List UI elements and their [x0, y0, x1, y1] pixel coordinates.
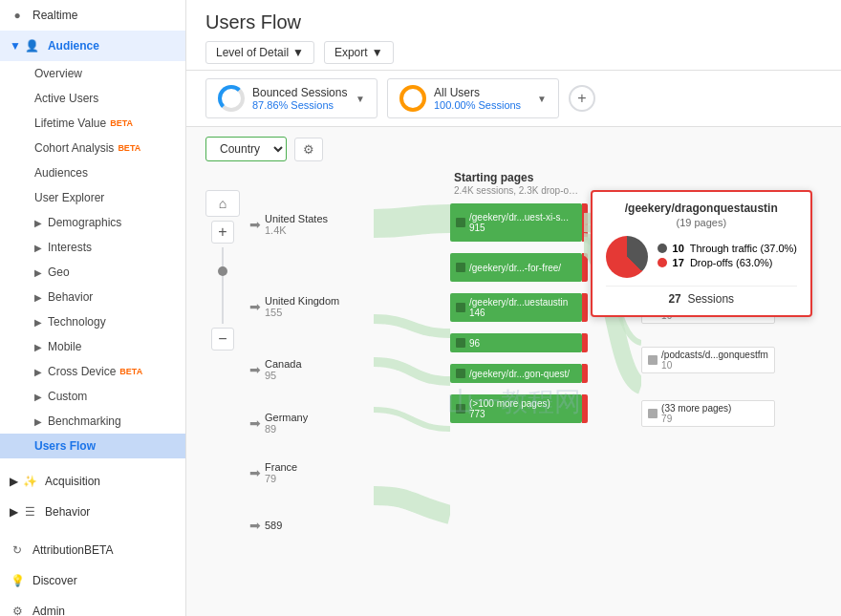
page-node-5[interactable]: (>100 more pages) 773 — [450, 394, 582, 423]
all-users-circle-icon — [399, 85, 426, 112]
export-chevron: ▼ — [372, 46, 383, 59]
page-node-2[interactable]: /geekery/dr...uestaustin 146 — [450, 293, 582, 322]
sidebar-audience[interactable]: ▼ 👤 Audience — [0, 31, 185, 61]
sidebar-active-users[interactable]: Active Users — [0, 86, 185, 111]
zoom-out-icon: − — [218, 330, 226, 348]
sidebar-audiences[interactable]: Audiences — [0, 160, 185, 185]
countries-column: ➡ United States 1.4K ➡ United Kingdom 15… — [248, 209, 372, 540]
arrow-icon: ➡ — [249, 217, 261, 232]
sidebar-users-flow[interactable]: Users Flow — [0, 434, 185, 458]
page-node-4[interactable]: /geekery/dr...gon-quest/ — [450, 364, 582, 383]
sidebar-acquisition[interactable]: ▶ ✨ Acquisition — [0, 466, 185, 497]
arrow-icon: ➡ — [249, 518, 261, 533]
zoom-out-btn[interactable]: − — [211, 328, 234, 350]
nav-home-btn[interactable]: ⌂ — [205, 190, 240, 217]
sidebar-behavior[interactable]: ▶ Behavior — [0, 285, 185, 309]
page-node-3[interactable]: 96 — [450, 333, 582, 352]
filter-gear-btn[interactable]: ⚙ — [294, 138, 323, 161]
bounced-circle-icon — [218, 85, 245, 112]
country-node-4[interactable]: ➡ France 79 — [248, 457, 372, 488]
sidebar-technology[interactable]: ▶ Technology — [0, 309, 185, 334]
country-node-1[interactable]: ➡ United Kingdom 155 — [248, 291, 372, 322]
sidebar-mobile[interactable]: ▶ Mobile — [0, 334, 185, 359]
nav-controls: ⌂ + − — [205, 190, 240, 352]
all-users-dropdown-icon: ▼ — [537, 94, 547, 104]
page-icon — [456, 218, 465, 227]
page-node-0[interactable]: /geekery/dr...uest-xi-s... 915 — [450, 203, 582, 242]
all-users-title: All Users — [434, 86, 529, 99]
attribution-icon: ↻ — [10, 542, 25, 558]
page-icon — [456, 369, 465, 378]
technology-chevron: ▶ — [34, 317, 42, 328]
sidebar-demographics[interactable]: ▶ Demographics — [0, 210, 185, 235]
country-node-0[interactable]: ➡ United States 1.4K — [248, 209, 372, 240]
country-node-2[interactable]: ➡ Canada 95 — [248, 354, 372, 385]
interests-chevron: ▶ — [34, 243, 42, 253]
flow-area: Country ⚙ ⌂ + — [186, 127, 841, 616]
tooltip-legend: 10 Through traffic (37.0%) 17 Drop-offs … — [658, 243, 797, 271]
main-content: Users Flow Level of Detail ▼ Export ▼ Bo… — [186, 0, 841, 616]
tooltip-subtitle: (19 pages) — [606, 217, 797, 228]
sidebar-realtime[interactable]: ● Realtime — [0, 0, 185, 31]
sidebar-cohort-analysis[interactable]: Cohort Analysis BETA — [0, 136, 185, 160]
page-node-1[interactable]: /geekery/dr...-for-free/ — [450, 253, 582, 282]
export-btn[interactable]: Export ▼ — [324, 41, 394, 64]
all-users-segment-card[interactable]: All Users 100.00% Sessions ▼ — [387, 78, 559, 118]
admin-icon: ⚙ — [10, 604, 25, 616]
flow-diagram: ⌂ + − ➡ — [205, 171, 822, 616]
pie-chart — [606, 236, 648, 278]
dropoff-dot — [658, 258, 667, 267]
sidebar-custom[interactable]: ▶ Custom — [0, 384, 185, 409]
gear-icon: ⚙ — [303, 142, 314, 157]
sidebar-geo[interactable]: ▶ Geo — [0, 260, 185, 285]
sidebar-behavior-main[interactable]: ▶ ☰ Behavior — [0, 497, 185, 527]
connector-area — [374, 171, 450, 616]
level-of-detail-btn[interactable]: Level of Detail ▼ — [205, 41, 314, 64]
arrow-icon: ➡ — [249, 465, 261, 480]
arrow-icon: ➡ — [249, 299, 261, 314]
flow-connectors-svg — [374, 171, 450, 616]
country-node-3[interactable]: ➡ Germany 89 — [248, 408, 372, 438]
sidebar-overview[interactable]: Overview — [0, 61, 185, 86]
discover-icon: 💡 — [10, 573, 25, 588]
all-users-subtitle: 100.00% Sessions — [434, 99, 529, 111]
nav-slider-thumb — [218, 266, 227, 276]
right-node-3[interactable]: /podcasts/d...gonquestfm 10 — [641, 347, 775, 373]
sidebar-admin[interactable]: ⚙ Admin — [0, 596, 185, 616]
through-dot — [658, 244, 667, 253]
bounced-segment-card[interactable]: Bounced Sessions 87.86% Sessions ▼ — [205, 78, 377, 118]
benchmarking-chevron: ▶ — [34, 416, 42, 427]
sidebar-cross-device[interactable]: ▶ Cross Device BETA — [0, 359, 185, 384]
main-header: Users Flow Level of Detail ▼ Export ▼ — [186, 0, 841, 71]
zoom-in-btn[interactable]: + — [211, 221, 234, 244]
right-node-4[interactable]: (33 more pages) 79 — [641, 400, 775, 427]
sidebar: ● Realtime ▼ 👤 Audience Overview Active … — [0, 0, 186, 616]
segments-bar: Bounced Sessions 87.86% Sessions ▼ All U… — [186, 71, 841, 127]
behavior-chevron: ▶ — [34, 292, 42, 303]
sidebar-interests[interactable]: ▶ Interests — [0, 235, 185, 260]
arrow-icon: ➡ — [249, 362, 261, 377]
level-detail-chevron: ▼ — [292, 46, 304, 59]
legend-row-through: 10 Through traffic (37.0%) — [658, 243, 797, 254]
sidebar-attribution[interactable]: ↻ Attribution BETA — [0, 535, 185, 565]
sidebar-user-explorer[interactable]: User Explorer — [0, 185, 185, 210]
page-icon — [456, 338, 465, 348]
bounced-dropdown-icon: ▼ — [356, 94, 365, 104]
audience-icon: 👤 — [25, 38, 40, 53]
sidebar-lifetime-value[interactable]: Lifetime Value BETA — [0, 111, 185, 136]
arrow-icon: ➡ — [249, 415, 261, 431]
tooltip-popup: /geekery/dragonquestaustin (19 pages) 10… — [591, 190, 812, 317]
demographics-chevron: ▶ — [34, 218, 42, 228]
page-icon — [456, 263, 465, 272]
sidebar-discover[interactable]: 💡 Discover — [0, 565, 185, 596]
sidebar-benchmarking[interactable]: ▶ Benchmarking — [0, 409, 185, 434]
filter-bar: Country ⚙ — [205, 137, 822, 161]
custom-chevron: ▶ — [34, 392, 42, 402]
add-segment-btn[interactable]: + — [569, 85, 595, 112]
toolbar: Level of Detail ▼ Export ▼ — [205, 41, 822, 64]
country-node-5[interactable]: ➡ 589 — [248, 511, 372, 540]
nav-slider — [222, 247, 224, 324]
country-filter-select[interactable]: Country — [205, 137, 287, 161]
bounced-title: Bounced Sessions — [252, 86, 348, 99]
tooltip-pie-area: 10 Through traffic (37.0%) 17 Drop-offs … — [606, 236, 797, 278]
